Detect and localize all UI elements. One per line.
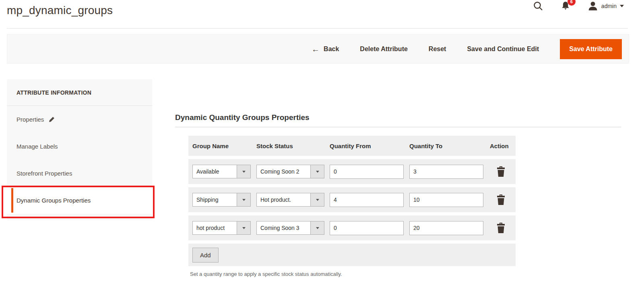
user-name: admin <box>601 3 617 9</box>
sidebar-item-dynamic-groups-properties[interactable]: Dynamic Groups Properties <box>7 187 152 214</box>
back-arrow-icon: ← <box>312 45 320 53</box>
search-icon[interactable] <box>533 1 543 11</box>
delete-attribute-button[interactable]: Delete Attribute <box>360 46 408 53</box>
column-header-group-name: Group Name <box>192 143 256 149</box>
header-actions: 6 admin <box>533 1 624 11</box>
delete-row-button[interactable] <box>495 222 506 234</box>
chevron-down-icon <box>316 227 319 229</box>
table-row: Shipping Hot product. <box>188 187 516 212</box>
table-row: hot product Coming Soon 3 <box>188 215 516 240</box>
chevron-down-icon <box>242 199 246 201</box>
table-row: Available Coming Soon 2 <box>188 159 516 184</box>
select-arrow-button[interactable] <box>310 221 324 234</box>
notification-badge: 6 <box>568 0 576 6</box>
table-header-row: Group Name Stock Status Quantity From Qu… <box>188 136 516 156</box>
sidebar-title: ATTRIBUTE INFORMATION <box>7 79 152 106</box>
user-avatar-icon <box>588 1 598 11</box>
chevron-down-icon <box>242 227 246 229</box>
stock-status-select[interactable]: Coming Soon 2 <box>256 165 324 178</box>
quantity-from-input[interactable] <box>330 221 404 235</box>
edit-pencil-icon <box>49 116 55 122</box>
group-name-select[interactable]: Available <box>192 165 251 178</box>
sidebar-item-properties[interactable]: Properties <box>7 106 152 133</box>
save-attribute-button[interactable]: Save Attribute <box>560 39 622 59</box>
section-title: Dynamic Quantity Groups Properties <box>175 113 310 122</box>
trash-icon <box>497 194 505 205</box>
chevron-down-icon <box>316 171 319 173</box>
column-header-quantity-from: Quantity From <box>330 143 409 149</box>
add-row-button[interactable]: Add <box>192 248 219 263</box>
chevron-down-icon <box>242 171 246 173</box>
quantity-to-input[interactable] <box>409 193 483 207</box>
group-name-select[interactable]: hot product <box>192 221 251 235</box>
delete-row-button[interactable] <box>495 194 506 205</box>
chevron-down-icon <box>620 5 624 7</box>
user-menu[interactable]: admin <box>588 1 624 11</box>
trash-icon <box>497 223 505 233</box>
back-button[interactable]: ← Back <box>312 45 339 53</box>
page-title: mp_dynamic_groups <box>7 4 113 17</box>
chevron-down-icon <box>316 199 319 201</box>
sidebar-item-manage-labels[interactable]: Manage Labels <box>7 133 152 160</box>
column-header-quantity-to: Quantity To <box>409 143 490 149</box>
save-and-continue-button[interactable]: Save and Continue Edit <box>467 46 539 53</box>
select-arrow-button[interactable] <box>237 193 250 206</box>
column-header-action: Action <box>490 143 516 149</box>
group-name-select[interactable]: Shipping <box>192 193 251 207</box>
reset-button[interactable]: Reset <box>429 46 446 53</box>
column-header-stock-status: Stock Status <box>256 143 330 149</box>
sidebar-item-storefront-properties[interactable]: Storefront Properties <box>7 160 152 187</box>
quantity-from-input[interactable] <box>330 193 404 207</box>
quantity-from-input[interactable] <box>330 165 404 179</box>
admin-page: mp_dynamic_groups 6 admin ← Back <box>0 0 644 300</box>
quantity-to-input[interactable] <box>409 221 483 235</box>
section-divider <box>175 127 621 127</box>
page-actions-toolbar: ← Back Delete Attribute Reset Save and C… <box>7 34 629 64</box>
header-divider <box>7 28 628 29</box>
delete-row-button[interactable] <box>495 166 506 177</box>
stock-status-select[interactable]: Coming Soon 3 <box>256 221 324 235</box>
select-arrow-button[interactable] <box>310 165 324 178</box>
attribute-nav-sidebar: ATTRIBUTE INFORMATION Properties Manage … <box>7 79 152 220</box>
dynamic-groups-table: Group Name Stock Status Quantity From Qu… <box>188 136 516 266</box>
select-arrow-button[interactable] <box>237 165 250 178</box>
stock-status-select[interactable]: Hot product. <box>256 193 324 207</box>
active-nav-indicator <box>11 188 13 213</box>
quantity-to-input[interactable] <box>409 165 483 179</box>
table-note: Set a quantity range to apply a specific… <box>190 271 342 277</box>
notifications-button[interactable]: 6 <box>560 1 571 11</box>
select-arrow-button[interactable] <box>237 221 250 234</box>
table-add-row: Add <box>188 244 516 266</box>
select-arrow-button[interactable] <box>310 193 324 206</box>
trash-icon <box>497 166 505 177</box>
